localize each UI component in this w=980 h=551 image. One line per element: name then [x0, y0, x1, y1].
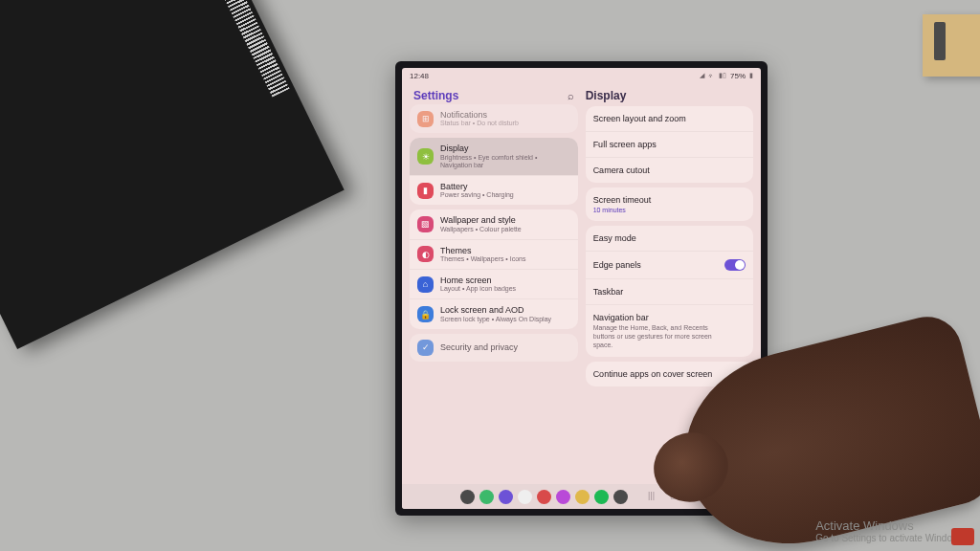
row-title: Battery: [440, 182, 514, 191]
toggle-edge[interactable]: [724, 259, 746, 271]
display-group: Screen layout and zoomFull screen appsCa…: [586, 106, 753, 183]
display-group: Easy modeEdge panelsTaskbarNavigation ba…: [586, 226, 753, 357]
item-title: Screen layout and zoom: [593, 114, 686, 123]
display-item-edge[interactable]: Edge panels: [586, 251, 753, 278]
settings-group-cut: ⊞ Notifications Status bar • Do not dist…: [410, 104, 578, 133]
taskbar-app-6[interactable]: [575, 490, 590, 504]
detail-title: Display: [584, 87, 755, 106]
settings-pane: Settings ⌕ ⊞ Notifications Status bar • …: [402, 83, 580, 484]
recorder-badge: [951, 528, 974, 545]
status-bar: 12:48 ◢ ᯤ ▮▯ 75% ▮: [402, 68, 761, 83]
taskbar-app-1[interactable]: [479, 490, 494, 504]
row-sub: Wallpapers • Colour palette: [440, 226, 522, 233]
display-icon: ☀: [417, 148, 434, 165]
sidebar-item-home[interactable]: ⌂Home screenLayout • App icon badges: [410, 269, 578, 298]
lock-icon: 🔒: [417, 306, 434, 322]
row-title: Home screen: [440, 276, 516, 285]
display-item-cutout[interactable]: Camera cutout: [586, 157, 753, 183]
recents-button[interactable]: |||: [648, 491, 655, 503]
sidebar-item-display[interactable]: ☀DisplayBrightness • Eye comfort shield …: [410, 138, 578, 174]
row-title: Themes: [440, 246, 525, 255]
item-sub: Manage the Home, Back, and Recents butto…: [593, 324, 718, 349]
item-title: Easy mode: [593, 233, 636, 243]
display-item-easy[interactable]: Easy mode: [586, 226, 753, 251]
display-item-layout[interactable]: Screen layout and zoom: [586, 106, 753, 131]
item-title: Camera cutout: [593, 165, 650, 175]
taskbar-app-3[interactable]: [518, 490, 532, 504]
row-sub: Screen lock type • Always On Display: [440, 316, 551, 323]
wooden-block: [923, 14, 980, 77]
settings-header: Settings ⌕: [408, 87, 580, 106]
taskbar-app-7[interactable]: [594, 490, 609, 504]
sidebar-item-themes[interactable]: ◐ThemesThemes • Wallpapers • Icons: [410, 239, 578, 269]
sidebar-item-notifications[interactable]: ⊞ Notifications Status bar • Do not dist…: [410, 104, 578, 133]
sidebar-item-security[interactable]: ✓Security and privacy: [410, 334, 578, 362]
settings-group: ☀DisplayBrightness • Eye comfort shield …: [410, 138, 578, 205]
item-sub: 10 minutes: [593, 207, 652, 213]
security-icon: ✓: [417, 340, 434, 356]
row-sub: Themes • Wallpapers • Icons: [440, 255, 525, 263]
search-icon[interactable]: ⌕: [568, 90, 574, 101]
taskbar-app-2[interactable]: [499, 490, 513, 504]
item-title: Screen timeout: [593, 195, 652, 205]
taskbar-app-4[interactable]: [537, 490, 551, 504]
settings-group: ▧Wallpaper and styleWallpapers • Colour …: [410, 209, 578, 329]
taskbar-app-5[interactable]: [556, 490, 570, 504]
item-title: Continue apps on cover screen: [593, 369, 713, 379]
themes-icon: ◐: [417, 246, 434, 262]
clock: 12:48: [410, 72, 429, 80]
row-title: Notifications: [440, 110, 519, 120]
signal-icon: ▮▯: [719, 72, 726, 79]
row-sub: Brightness • Eye comfort shield • Naviga…: [440, 154, 570, 169]
row-sub: Power saving • Charging: [440, 191, 514, 199]
item-title: Full screen apps: [593, 140, 657, 149]
row-title: Wallpaper and style: [440, 215, 522, 225]
display-item-timeout[interactable]: Screen timeout10 minutes: [586, 187, 753, 221]
product-box: Galaxy Z Fold6: [0, 0, 345, 349]
taskbar-app-0[interactable]: [460, 490, 475, 504]
item-title: Taskbar: [593, 287, 624, 297]
wallpaper-icon: ▧: [417, 216, 434, 232]
row-title: Display: [440, 143, 570, 153]
display-item-navbar[interactable]: Navigation barManage the Home, Back, and…: [586, 304, 753, 357]
display-item-fullscreen[interactable]: Full screen apps: [586, 131, 753, 157]
page-title: Settings: [413, 89, 458, 102]
item-title: Edge panels: [593, 260, 641, 270]
battery-icon: ▮: [417, 183, 434, 199]
barcode: [189, 0, 290, 98]
row-sub: Layout • App icon badges: [440, 285, 516, 293]
taskbar-app-8[interactable]: [613, 490, 628, 504]
wifi-icon: ᯤ: [708, 73, 715, 79]
notifications-icon: ⊞: [417, 111, 434, 127]
watermark-title: Activate Windows: [815, 518, 967, 533]
row-sub: Status bar • Do not disturb: [440, 120, 519, 127]
settings-group: ✓Security and privacy: [410, 334, 578, 362]
sidebar-item-battery[interactable]: ▮BatteryPower saving • Charging: [410, 175, 578, 205]
sidebar-item-lock[interactable]: 🔒Lock screen and AODScreen lock type • A…: [410, 298, 578, 328]
item-title: Navigation bar: [593, 313, 718, 322]
row-title: Lock screen and AOD: [440, 305, 551, 315]
display-item-taskbar[interactable]: Taskbar: [586, 278, 753, 304]
watermark-sub: Go to Settings to activate Windows.: [815, 533, 967, 543]
location-icon: ◢: [700, 72, 704, 79]
activate-windows-watermark: Activate Windows Go to Settings to activ…: [815, 518, 967, 543]
battery-icon: ▮: [749, 72, 753, 79]
home-icon: ⌂: [417, 276, 434, 293]
sidebar-item-wallpaper[interactable]: ▧Wallpaper and styleWallpapers • Colour …: [410, 209, 578, 238]
battery-text: 75%: [730, 72, 746, 80]
display-group: Screen timeout10 minutes: [586, 187, 753, 221]
status-right: ◢ ᯤ ▮▯ 75% ▮: [700, 72, 753, 80]
row-title: Security and privacy: [440, 342, 518, 352]
